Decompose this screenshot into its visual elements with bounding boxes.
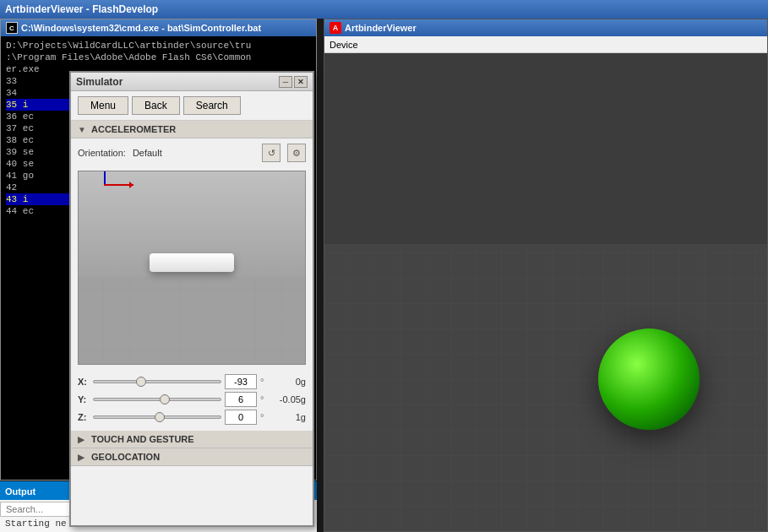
geolocation-label: GEOLOCATION bbox=[91, 452, 160, 462]
x-slider-input[interactable] bbox=[225, 374, 257, 389]
reset-orientation-button[interactable]: ↺ bbox=[262, 144, 281, 162]
cmd-icon: C bbox=[6, 22, 18, 34]
simulator-title-controls: ─ ✕ bbox=[279, 76, 308, 88]
y-slider-thumb[interactable] bbox=[160, 394, 170, 404]
x-slider-row: X: ° 0g bbox=[78, 374, 306, 389]
viewport-grid bbox=[79, 277, 305, 364]
artbinder-title: ArtbinderViewer bbox=[345, 23, 417, 33]
x-slider-track[interactable] bbox=[93, 380, 221, 383]
z-slider-row: Z: ° 1g bbox=[78, 410, 306, 425]
search-button[interactable]: Search bbox=[183, 96, 241, 115]
y-slider-row: Y: ° -0.05g bbox=[78, 392, 306, 407]
z-slider-track[interactable] bbox=[93, 415, 221, 419]
simulator-minimize-button[interactable]: ─ bbox=[279, 76, 292, 88]
simulator-title: Simulator bbox=[76, 76, 123, 88]
touch-label: TOUCH AND GESTURE bbox=[91, 434, 194, 444]
close-icon: ✕ bbox=[297, 78, 304, 86]
viewport-object bbox=[150, 253, 234, 272]
simulator-window: Simulator ─ ✕ Menu Back Search ▼ ACCELER… bbox=[69, 71, 314, 527]
x-slider-unit: ° bbox=[260, 377, 270, 387]
artbinder-titlebar: A ArtbinderViewer bbox=[324, 19, 767, 36]
cmd-titlebar: C C:\Windows\system32\cmd.exe - bat\SimC… bbox=[1, 19, 316, 36]
touch-arrow-icon: ▶ bbox=[78, 435, 86, 443]
z-slider-thumb[interactable] bbox=[155, 412, 165, 422]
x-slider-label: X: bbox=[78, 377, 90, 387]
output-label: Output bbox=[5, 486, 35, 497]
x-slider-display: 0g bbox=[274, 377, 306, 387]
axis-y bbox=[104, 171, 106, 184]
geolocation-arrow-icon: ▶ bbox=[78, 453, 86, 461]
slider-section: X: ° 0g Y: ° -0.05g Z: ° 1g bbox=[71, 368, 313, 431]
settings-orientation-button[interactable]: ⚙ bbox=[287, 144, 306, 162]
y-slider-input[interactable] bbox=[225, 392, 257, 407]
accelerometer-label: ACCELEROMETER bbox=[91, 124, 176, 134]
artbinder-menubar[interactable]: Device bbox=[324, 36, 767, 53]
grid-floor bbox=[324, 244, 767, 531]
minimize-icon: ─ bbox=[283, 78, 288, 86]
z-slider-display: 1g bbox=[274, 412, 306, 422]
geolocation-section-header[interactable]: ▶ GEOLOCATION bbox=[71, 448, 313, 466]
axis-x bbox=[104, 184, 133, 186]
cmd-line: :\Program Files\Adobe\Adobe Flash CS6\Co… bbox=[6, 52, 311, 63]
artbinder-window: A ArtbinderViewer Device bbox=[324, 19, 768, 532]
accelerometer-arrow-icon: ▼ bbox=[78, 125, 86, 133]
orientation-label: Orientation: bbox=[78, 148, 126, 158]
reset-icon: ↺ bbox=[268, 148, 275, 159]
main-title: ArtbinderViewer - FlashDevelop bbox=[5, 3, 158, 15]
artbinder-icon: A bbox=[330, 22, 341, 34]
y-slider-display: -0.05g bbox=[274, 394, 306, 404]
settings-icon: ⚙ bbox=[292, 148, 301, 159]
z-slider-unit: ° bbox=[260, 412, 270, 422]
cmd-line: D:\Projects\WildCardLLC\artbinder\source… bbox=[6, 40, 311, 52]
orientation-row: Orientation: Default ↺ ⚙ bbox=[71, 138, 313, 167]
accelerometer-section-header[interactable]: ▼ ACCELEROMETER bbox=[71, 121, 313, 138]
y-slider-track[interactable] bbox=[93, 398, 221, 401]
back-button[interactable]: Back bbox=[132, 96, 180, 115]
menu-button[interactable]: Menu bbox=[78, 96, 128, 115]
z-slider-label: Z: bbox=[78, 412, 90, 422]
touch-section-header[interactable]: ▶ TOUCH AND GESTURE bbox=[71, 431, 313, 448]
simulator-titlebar: Simulator ─ ✕ bbox=[71, 73, 313, 91]
simulator-viewport bbox=[78, 171, 306, 365]
artbinder-viewport bbox=[324, 53, 767, 531]
cmd-title: C:\Windows\system32\cmd.exe - bat\SimCon… bbox=[21, 23, 261, 33]
simulator-toolbar: Menu Back Search bbox=[71, 91, 313, 121]
orientation-value: Default bbox=[133, 148, 255, 158]
y-slider-label: Y: bbox=[78, 394, 90, 404]
artbinder-menu-device[interactable]: Device bbox=[330, 40, 358, 50]
green-sphere bbox=[598, 328, 700, 430]
x-slider-thumb[interactable] bbox=[136, 377, 146, 387]
main-titlebar: ArtbinderViewer - FlashDevelop bbox=[0, 0, 768, 19]
simulator-close-button[interactable]: ✕ bbox=[294, 76, 308, 88]
z-slider-input[interactable] bbox=[225, 410, 257, 425]
y-slider-unit: ° bbox=[260, 394, 270, 404]
